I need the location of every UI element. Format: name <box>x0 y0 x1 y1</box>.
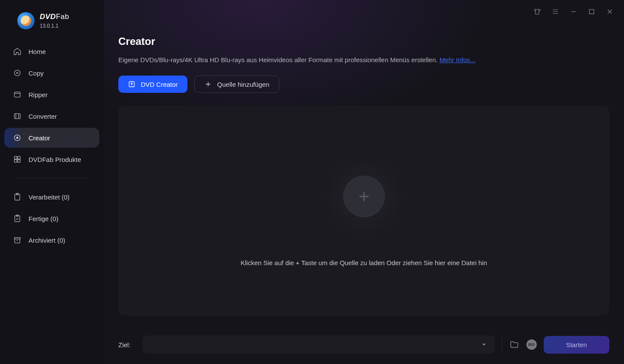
page-description: Eigene DVDs/Blu-rays/4K Ultra HD Blu-ray… <box>118 56 609 63</box>
logo-block: DVDFab 13.0.1.1 <box>0 12 104 41</box>
sidebar-item-label: Creator <box>29 134 50 142</box>
svg-rect-7 <box>18 156 20 159</box>
minimize-icon[interactable] <box>570 8 577 16</box>
dvd-creator-button[interactable]: DVD Creator <box>118 76 187 93</box>
add-source-button[interactable]: Quelle hinzufügen <box>194 76 279 93</box>
start-button[interactable]: Starten <box>544 336 609 354</box>
menu-icon[interactable] <box>551 8 559 16</box>
chevron-down-icon <box>481 342 487 348</box>
copy-icon <box>13 69 22 77</box>
sidebar: DVDFab 13.0.1.1 Home Copy Ripper <box>0 0 104 364</box>
sidebar-item-archived[interactable]: Archiviert (0) <box>4 230 99 250</box>
footer-divider <box>502 339 502 351</box>
converter-icon <box>13 112 22 120</box>
ripper-icon <box>13 90 22 99</box>
svg-point-5 <box>16 137 19 139</box>
clipboard-check-icon <box>13 214 22 223</box>
archive-icon <box>13 236 22 244</box>
clipboard-icon <box>13 193 22 201</box>
sidebar-item-label: Fertige (0) <box>29 215 58 222</box>
plus-icon <box>204 80 212 88</box>
app-logo-icon <box>17 12 35 29</box>
main-content: Creator Eigene DVDs/Blu-rays/4K Ultra HD… <box>104 0 624 364</box>
export-icon <box>128 80 136 88</box>
toolbar: DVD Creator Quelle hinzufügen <box>118 76 609 93</box>
svg-rect-2 <box>14 92 20 97</box>
svg-rect-14 <box>14 237 20 239</box>
sidebar-item-converter[interactable]: Converter <box>4 106 99 126</box>
sidebar-item-products[interactable]: DVDFab Produkte <box>4 149 99 169</box>
sidebar-item-ripper[interactable]: Ripper <box>4 85 99 104</box>
iso-button[interactable]: ISO <box>526 339 537 350</box>
products-icon <box>13 155 22 164</box>
svg-rect-9 <box>18 160 20 162</box>
shirt-icon[interactable] <box>533 8 541 16</box>
brand-name: DVDFab <box>40 13 69 21</box>
sidebar-item-label: Ripper <box>29 91 48 98</box>
close-icon[interactable] <box>606 8 614 16</box>
sidebar-item-label: Copy <box>29 70 44 77</box>
sidebar-item-finished[interactable]: Fertige (0) <box>4 209 99 228</box>
sidebar-item-label: DVDFab Produkte <box>29 156 81 163</box>
nav-divider <box>16 178 87 178</box>
drop-circle-ring <box>323 155 405 237</box>
sidebar-item-label: Converter <box>29 113 57 120</box>
footer-bar: Ziel: ISO Starten <box>104 329 624 364</box>
sidebar-item-creator[interactable]: Creator <box>4 128 99 148</box>
app-version: 13.0.1.1 <box>40 23 69 29</box>
page-title: Creator <box>118 35 609 47</box>
svg-point-1 <box>16 72 18 73</box>
svg-rect-15 <box>589 9 594 14</box>
svg-rect-3 <box>14 114 20 119</box>
dropzone-text: Klicken Sie auf die + Taste um die Quell… <box>241 259 487 266</box>
sidebar-item-home[interactable]: Home <box>4 41 99 61</box>
sidebar-item-label: Verarbeitet (0) <box>29 193 70 201</box>
sidebar-item-copy[interactable]: Copy <box>4 63 99 83</box>
folder-button[interactable] <box>509 339 519 350</box>
destination-select[interactable] <box>143 336 495 354</box>
dropzone[interactable]: Klicken Sie auf die + Taste um die Quell… <box>118 106 609 316</box>
svg-point-0 <box>14 70 20 76</box>
maximize-icon[interactable] <box>588 8 595 16</box>
sidebar-item-label: Archiviert (0) <box>29 237 65 244</box>
plus-icon <box>356 189 372 204</box>
more-info-link[interactable]: Mehr Infos... <box>440 56 475 63</box>
svg-rect-6 <box>14 156 17 159</box>
creator-icon <box>13 133 22 142</box>
add-file-button[interactable] <box>343 176 385 217</box>
home-icon <box>13 47 22 56</box>
folder-icon <box>510 340 519 349</box>
destination-label: Ziel: <box>118 341 136 348</box>
main-nav: Home Copy Ripper Converter Creator <box>0 41 104 250</box>
svg-rect-8 <box>14 160 17 162</box>
window-titlebar <box>523 0 624 23</box>
sidebar-item-label: Home <box>29 48 46 55</box>
sidebar-item-processed[interactable]: Verarbeitet (0) <box>4 187 99 207</box>
